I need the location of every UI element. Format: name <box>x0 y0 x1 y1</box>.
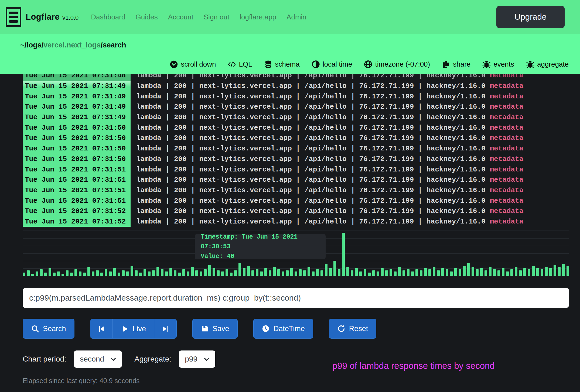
histogram-bar[interactable] <box>558 267 561 276</box>
histogram-bar[interactable] <box>187 271 189 276</box>
metadata-link[interactable]: metadata <box>490 186 523 194</box>
live-button[interactable]: Live <box>112 319 154 339</box>
histogram-bar[interactable] <box>174 270 176 276</box>
histogram-bar[interactable] <box>554 265 556 276</box>
step-forward-button[interactable] <box>154 319 176 339</box>
histogram-bar[interactable] <box>320 270 323 276</box>
histogram-bar[interactable] <box>346 267 349 276</box>
histogram-bar[interactable] <box>385 270 388 276</box>
histogram-bar[interactable] <box>195 270 198 276</box>
histogram-bar[interactable] <box>191 267 194 276</box>
nav-link-sign-out[interactable]: Sign out <box>204 13 229 21</box>
histogram-bar[interactable] <box>122 270 125 276</box>
histogram-bar[interactable] <box>476 269 479 276</box>
metadata-link[interactable]: metadata <box>490 197 523 205</box>
histogram-bar[interactable] <box>467 263 470 276</box>
metadata-link[interactable]: metadata <box>490 145 523 153</box>
histogram-bar[interactable] <box>44 273 47 276</box>
histogram-bar[interactable] <box>420 270 422 276</box>
histogram-bar[interactable] <box>381 268 384 276</box>
tool-events[interactable]: events <box>482 60 514 68</box>
histogram-bar[interactable] <box>506 271 509 276</box>
histogram-bar[interactable] <box>282 271 284 276</box>
histogram-bar[interactable] <box>510 269 513 276</box>
histogram-bar[interactable] <box>148 271 151 276</box>
histogram-bar[interactable] <box>428 269 431 276</box>
metadata-link[interactable]: metadata <box>490 134 523 142</box>
histogram-bar[interactable] <box>523 268 526 276</box>
histogram-bar[interactable] <box>338 269 340 276</box>
histogram-bar[interactable] <box>165 271 168 276</box>
metadata-link[interactable]: metadata <box>490 166 523 174</box>
histogram-bar[interactable] <box>83 273 86 276</box>
histogram-bar[interactable] <box>567 266 569 276</box>
metadata-link[interactable]: metadata <box>490 176 523 184</box>
histogram-bar[interactable] <box>256 269 258 276</box>
tool-schema[interactable]: schema <box>264 60 300 68</box>
breadcrumb[interactable]: ~/logs/vercel.next_logs/search <box>20 41 569 49</box>
histogram-bar[interactable] <box>295 271 297 276</box>
histogram-bar[interactable] <box>402 270 405 276</box>
histogram-bar[interactable] <box>273 267 276 276</box>
nav-link-logflare-app[interactable]: logflare.app <box>240 13 276 21</box>
nav-link-guides[interactable]: Guides <box>135 13 158 21</box>
datetime-button[interactable]: DateTime <box>253 319 313 339</box>
histogram-bar[interactable] <box>264 268 267 276</box>
histogram-bar[interactable] <box>152 270 155 276</box>
histogram-bar[interactable] <box>40 269 43 276</box>
histogram-bar[interactable] <box>441 268 444 276</box>
save-button[interactable]: Save <box>192 319 238 339</box>
histogram-bar[interactable] <box>415 269 418 276</box>
histogram-bar[interactable] <box>260 271 263 276</box>
search-button[interactable]: Search <box>23 319 74 339</box>
histogram-bar[interactable] <box>286 270 289 276</box>
histogram-bar[interactable] <box>178 273 181 276</box>
histogram-bar[interactable] <box>66 270 69 276</box>
search-input[interactable] <box>23 288 569 308</box>
histogram-bar[interactable] <box>463 266 466 276</box>
tool-local-time[interactable]: local time <box>312 60 352 68</box>
histogram-bar[interactable] <box>139 273 142 276</box>
histogram-bar[interactable] <box>208 265 211 276</box>
aggregate-select[interactable]: p99 <box>179 350 215 368</box>
histogram-bar[interactable] <box>480 268 483 276</box>
nav-link-dashboard[interactable]: Dashboard <box>91 13 125 21</box>
histogram-bar[interactable] <box>169 268 172 276</box>
histogram-bar[interactable] <box>144 269 146 276</box>
metadata-link[interactable]: metadata <box>490 74 523 80</box>
histogram-bar[interactable] <box>325 264 327 276</box>
metadata-link[interactable]: metadata <box>490 82 523 90</box>
histogram-bar[interactable] <box>351 270 353 276</box>
histogram-bar[interactable] <box>545 267 548 276</box>
histogram-bar[interactable] <box>92 271 94 276</box>
metadata-link[interactable]: metadata <box>490 92 523 101</box>
histogram-bar[interactable] <box>497 270 500 276</box>
histogram-bar[interactable] <box>329 268 332 276</box>
histogram-bar[interactable] <box>459 269 461 276</box>
histogram-bar[interactable] <box>493 269 496 276</box>
histogram-bar[interactable] <box>269 270 271 276</box>
histogram-bar[interactable] <box>131 266 133 276</box>
tool-aggregate[interactable]: aggregate <box>526 60 569 68</box>
histogram-bar[interactable] <box>182 269 185 276</box>
histogram-bar[interactable] <box>562 264 565 276</box>
logflare-logo[interactable] <box>6 7 21 27</box>
histogram-bar[interactable] <box>62 274 64 276</box>
histogram-bar[interactable] <box>57 271 60 276</box>
histogram-bar[interactable] <box>536 268 539 276</box>
histogram-bar[interactable] <box>454 268 457 276</box>
tool-scroll-down[interactable]: scroll down <box>170 60 216 68</box>
histogram-bar[interactable] <box>53 273 56 276</box>
histogram-bar[interactable] <box>126 271 129 276</box>
histogram-bar[interactable] <box>549 268 552 276</box>
chart-period-select[interactable]: second <box>74 350 122 368</box>
histogram-bar[interactable] <box>105 269 107 276</box>
histogram-bar[interactable] <box>450 271 453 276</box>
histogram-bar[interactable] <box>100 273 103 276</box>
histogram-bar[interactable] <box>446 269 448 276</box>
histogram-bar[interactable] <box>277 269 280 276</box>
histogram-bar[interactable] <box>489 267 492 276</box>
histogram-bar[interactable] <box>213 268 215 276</box>
histogram-bar[interactable] <box>407 269 410 276</box>
histogram-bar[interactable] <box>217 270 220 276</box>
